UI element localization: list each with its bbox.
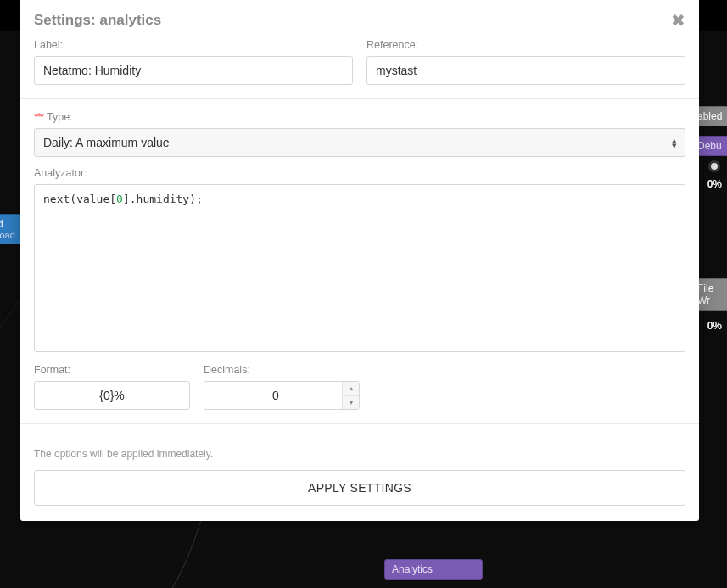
row-label-reference: Label: Reference:	[34, 39, 685, 85]
code-text: ].humidity);	[123, 193, 203, 205]
node-title: d	[0, 218, 16, 230]
label-text: Reference:	[366, 39, 685, 51]
type-select[interactable]: Daily: A maximum value	[34, 128, 685, 157]
field-reference: Reference:	[366, 39, 685, 85]
reference-input[interactable]	[366, 56, 685, 85]
port-knob[interactable]	[708, 160, 720, 172]
spinner-buttons: ▴ ▾	[342, 382, 359, 409]
field-analyzator: Analyzator: next(value[0].humidity);	[34, 167, 685, 352]
node-label: Debu	[697, 140, 722, 152]
row-format-decimals: Format: Decimals: ▴ ▾	[34, 364, 685, 410]
label-inner: Type:	[47, 111, 73, 123]
decimals-input[interactable]	[204, 381, 360, 410]
field-decimals: Decimals: ▴ ▾	[204, 364, 360, 410]
analyzator-editor[interactable]: next(value[0].humidity);	[34, 184, 685, 352]
label-text: Analyzator:	[34, 167, 685, 179]
step-up-icon[interactable]: ▴	[343, 382, 359, 396]
stat-pct: 0%	[707, 320, 722, 332]
footer-note: The options will be applied immediately.	[34, 448, 685, 460]
code-number: 0	[116, 193, 123, 205]
required-marker: ***	[34, 111, 43, 123]
type-select-wrap: Daily: A maximum value ▴▾	[34, 128, 685, 157]
label-text: Format:	[34, 364, 190, 376]
node-label: abled	[697, 110, 722, 122]
node-analytics[interactable]: Analytics	[384, 559, 483, 580]
label-input[interactable]	[34, 56, 353, 85]
modal-title: Settings: analytics	[34, 12, 161, 29]
label-text: Decimals:	[204, 364, 360, 376]
format-input[interactable]	[34, 381, 190, 410]
section-basic: Label: Reference:	[20, 39, 699, 98]
field-format: Format:	[34, 364, 190, 410]
modal-header: Settings: analytics ✖	[20, 0, 699, 39]
node-label: File Wr	[697, 283, 713, 306]
stat-pct: 0%	[707, 178, 722, 190]
section-type: *** Type: Daily: A maximum value ▴▾ Anal…	[20, 111, 699, 423]
decimals-spinner: ▴ ▾	[204, 381, 360, 410]
node-label: Analytics	[392, 563, 433, 575]
modal-footer: The options will be applied immediately.…	[20, 436, 699, 521]
field-type: *** Type: Daily: A maximum value ▴▾	[34, 111, 685, 157]
settings-modal: Settings: analytics ✖ Label: Reference: …	[20, 0, 699, 521]
divider	[20, 423, 699, 424]
node-sub: load	[0, 230, 16, 240]
code-text: next(value[	[43, 193, 116, 205]
step-down-icon[interactable]: ▾	[343, 396, 359, 410]
field-label: Label:	[34, 39, 353, 85]
apply-button[interactable]: APPLY SETTINGS	[34, 470, 685, 506]
close-icon[interactable]: ✖	[671, 12, 685, 29]
label-text: Label:	[34, 39, 353, 51]
divider	[20, 98, 699, 99]
label-text: *** Type:	[34, 111, 685, 123]
